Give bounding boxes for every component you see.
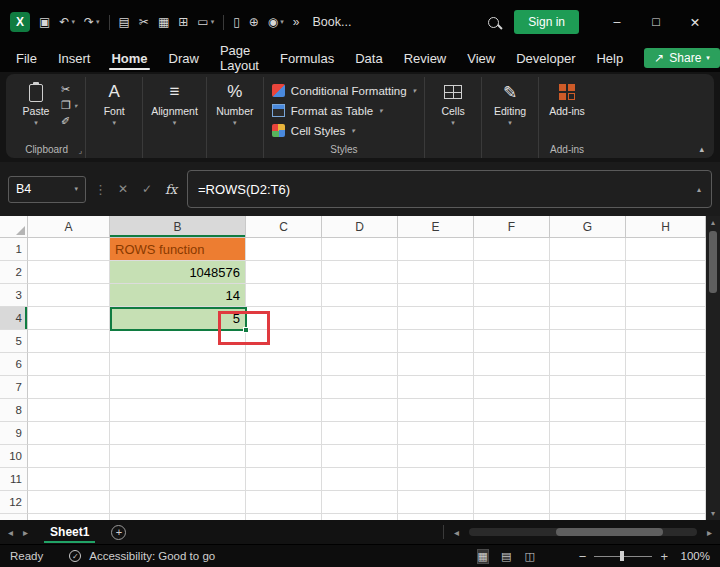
cell[interactable]	[322, 468, 398, 491]
row-header-3[interactable]: 3	[0, 284, 28, 307]
cell[interactable]	[246, 468, 322, 491]
cell[interactable]	[398, 353, 474, 376]
column-header-c[interactable]: C	[246, 216, 322, 238]
cell[interactable]	[28, 353, 110, 376]
cell[interactable]	[474, 307, 550, 330]
cell[interactable]	[398, 261, 474, 284]
cell[interactable]	[246, 353, 322, 376]
cell[interactable]	[322, 445, 398, 468]
minimize-button[interactable]: –	[602, 15, 632, 29]
cell[interactable]	[322, 307, 398, 330]
cell[interactable]	[626, 353, 706, 376]
cell[interactable]	[398, 422, 474, 445]
formula-bar-handle-icon[interactable]: ⋮	[94, 182, 107, 197]
tab-formulas[interactable]: Formulas	[280, 44, 334, 72]
row-header-2[interactable]: 2	[0, 261, 28, 284]
conditional-formatting-button[interactable]: Conditional Formatting ▾	[272, 81, 416, 100]
cell[interactable]	[246, 514, 322, 520]
cell[interactable]	[626, 422, 706, 445]
vertical-scrollbar[interactable]: ▴ ▾	[706, 216, 720, 520]
cell[interactable]	[28, 330, 110, 353]
cell[interactable]	[550, 353, 626, 376]
cell[interactable]	[110, 353, 246, 376]
cell[interactable]	[626, 330, 706, 353]
tab-page-layout[interactable]: Page Layout	[220, 44, 259, 72]
cancel-icon[interactable]: ✕	[115, 182, 131, 196]
print-icon[interactable]: ▭▾	[197, 15, 214, 29]
zoom-out-button[interactable]: −	[579, 549, 587, 564]
cell-b2[interactable]: 1048576	[110, 261, 246, 284]
cells-button[interactable]: Cells ▾	[433, 80, 473, 127]
cell[interactable]	[398, 376, 474, 399]
cell[interactable]	[626, 399, 706, 422]
tab-file[interactable]: File	[16, 44, 37, 72]
column-header-a[interactable]: A	[28, 216, 110, 238]
row-header-9[interactable]: 9	[0, 422, 28, 445]
sheet-tab-sheet1[interactable]: Sheet1	[38, 520, 101, 544]
row-header-5[interactable]: 5	[0, 330, 28, 353]
cell[interactable]	[28, 376, 110, 399]
sign-in-button[interactable]: Sign in	[514, 10, 579, 34]
cell[interactable]	[398, 491, 474, 514]
column-header-d[interactable]: D	[322, 216, 398, 238]
cell[interactable]	[474, 284, 550, 307]
insert-function-icon[interactable]: fx	[163, 182, 179, 197]
tab-view[interactable]: View	[467, 44, 495, 72]
row-header-7[interactable]: 7	[0, 376, 28, 399]
scroll-down-icon[interactable]: ▾	[711, 509, 715, 518]
cell[interactable]	[474, 514, 550, 520]
enter-icon[interactable]: ✓	[139, 182, 155, 196]
cell[interactable]	[626, 445, 706, 468]
horizontal-scrollbar[interactable]	[469, 528, 697, 536]
cell[interactable]	[322, 422, 398, 445]
cut-icon[interactable]: ✂	[139, 15, 149, 29]
column-header-g[interactable]: G	[550, 216, 626, 238]
clipboard-icon[interactable]: ▤	[119, 15, 130, 29]
column-header-b[interactable]: B	[110, 216, 246, 238]
accessibility-status[interactable]: Accessibility: Good to go	[89, 550, 215, 562]
cell-b1[interactable]: ROWS function	[110, 238, 246, 261]
format-as-table-button[interactable]: Format as Table ▾	[272, 101, 416, 120]
horizontal-scrollbar-thumb[interactable]	[556, 528, 663, 536]
cell[interactable]	[398, 307, 474, 330]
cell[interactable]	[474, 261, 550, 284]
cell[interactable]	[322, 514, 398, 520]
cell[interactable]	[550, 399, 626, 422]
page-break-view-icon[interactable]: ◫	[524, 550, 534, 563]
row-header-12[interactable]: 12	[0, 491, 28, 514]
chevron-down-icon[interactable]: ▾	[211, 18, 215, 26]
cell[interactable]	[398, 238, 474, 261]
cell[interactable]	[28, 261, 110, 284]
chevron-down-icon[interactable]: ▾	[74, 185, 78, 193]
hscroll-right-icon[interactable]: ▸	[707, 527, 712, 538]
paste-button[interactable]: Paste ▾	[16, 80, 56, 127]
cell[interactable]	[474, 491, 550, 514]
search-icon[interactable]	[488, 17, 499, 28]
cell[interactable]	[110, 399, 246, 422]
dialog-launcher-icon[interactable]: ⌟	[78, 146, 82, 155]
cell-b3[interactable]: 14	[110, 284, 246, 307]
camera-icon[interactable]: ◉▾	[268, 15, 284, 29]
cell[interactable]	[246, 284, 322, 307]
cell[interactable]	[322, 238, 398, 261]
cell[interactable]	[322, 399, 398, 422]
new-sheet-button[interactable]: +	[111, 525, 126, 540]
cell[interactable]	[474, 399, 550, 422]
cell[interactable]	[626, 238, 706, 261]
cell[interactable]	[550, 445, 626, 468]
zoom-in-button[interactable]: +	[660, 549, 668, 564]
cell[interactable]	[246, 399, 322, 422]
column-header-f[interactable]: F	[474, 216, 550, 238]
tab-draw[interactable]: Draw	[169, 44, 199, 72]
cell[interactable]	[322, 284, 398, 307]
cell[interactable]	[28, 422, 110, 445]
tab-data[interactable]: Data	[355, 44, 382, 72]
cell[interactable]	[626, 307, 706, 330]
cell[interactable]	[398, 284, 474, 307]
scroll-up-icon[interactable]: ▴	[711, 218, 715, 227]
vertical-scrollbar-thumb[interactable]	[709, 231, 717, 293]
page-layout-view-icon[interactable]: ▤	[501, 550, 511, 563]
column-header-h[interactable]: H	[626, 216, 706, 238]
new-file-icon[interactable]: ▯	[233, 15, 240, 29]
cell[interactable]	[246, 491, 322, 514]
